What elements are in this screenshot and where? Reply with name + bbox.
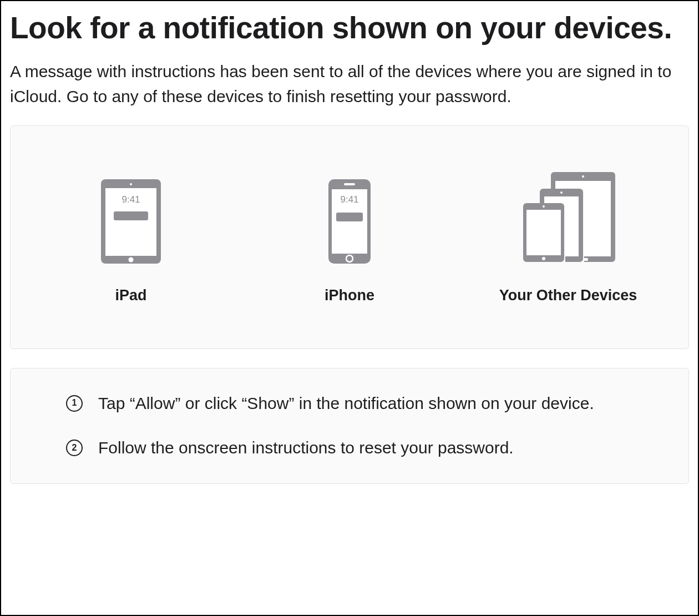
- ipad-time: 9:41: [121, 194, 140, 205]
- step-text-1: Tap “Allow” or click “Show” in the notif…: [98, 391, 633, 417]
- iphone-time: 9:41: [340, 194, 358, 205]
- step-text-2: Follow the onscreen instructions to rese…: [98, 435, 633, 461]
- iphone-icon: 9:41: [328, 164, 371, 264]
- svg-point-2: [130, 183, 132, 185]
- svg-rect-9: [336, 213, 363, 221]
- devices-panel: 9:41 iPad 9:41 iPhone: [10, 125, 689, 349]
- steps-panel: 1 Tap “Allow” or click “Show” in the not…: [10, 368, 689, 484]
- page-title: Look for a notification shown on your de…: [10, 11, 689, 46]
- svg-point-23: [542, 257, 545, 260]
- page-subtitle: A message with instructions has been sen…: [10, 59, 689, 109]
- device-label-other: Your Other Devices: [499, 287, 637, 304]
- svg-rect-7: [344, 183, 355, 185]
- other-devices-icon: [521, 164, 615, 264]
- device-iphone: 9:41 iPhone: [241, 164, 458, 304]
- step-badge-1: 1: [66, 395, 83, 412]
- svg-point-22: [543, 205, 545, 208]
- step-2: 2 Follow the onscreen instructions to re…: [66, 435, 633, 461]
- svg-point-17: [560, 191, 563, 194]
- svg-rect-4: [114, 211, 148, 220]
- svg-point-3: [128, 257, 133, 262]
- step-badge-2: 2: [66, 440, 83, 456]
- device-label-ipad: iPad: [115, 287, 146, 304]
- svg-point-12: [582, 175, 584, 178]
- device-ipad: 9:41 iPad: [23, 164, 239, 304]
- device-other: Your Other Devices: [460, 164, 676, 304]
- device-label-iphone: iPhone: [325, 287, 374, 304]
- step-1: 1 Tap “Allow” or click “Show” in the not…: [66, 391, 633, 417]
- ipad-icon: 9:41: [101, 164, 161, 264]
- page-container: Look for a notification shown on your de…: [0, 0, 699, 616]
- svg-rect-21: [526, 210, 561, 255]
